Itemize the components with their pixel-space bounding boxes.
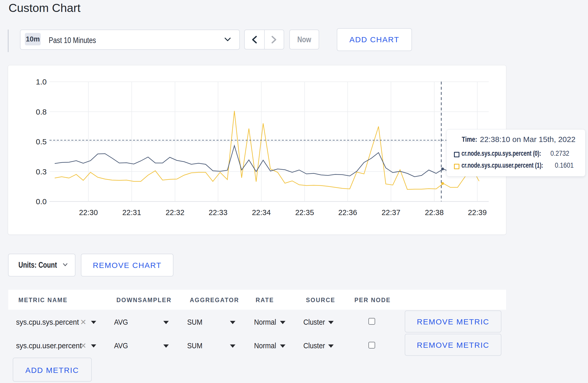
svg-text:22:34: 22:34 xyxy=(252,208,271,217)
svg-text:0.0: 0.0 xyxy=(36,197,47,206)
svg-text:22:35: 22:35 xyxy=(295,208,314,217)
svg-text:0.5: 0.5 xyxy=(36,137,47,146)
svg-text:22:39: 22:39 xyxy=(468,208,487,217)
svg-text:22:32: 22:32 xyxy=(166,208,185,217)
svg-text:22:33: 22:33 xyxy=(209,208,228,217)
svg-text:0.3: 0.3 xyxy=(36,167,47,176)
svg-text:22:37: 22:37 xyxy=(382,208,401,217)
svg-text:0.8: 0.8 xyxy=(36,108,47,116)
svg-text:22:38: 22:38 xyxy=(425,208,444,217)
svg-text:22:31: 22:31 xyxy=(122,208,141,217)
svg-text:1.0: 1.0 xyxy=(36,77,47,86)
svg-text:22:36: 22:36 xyxy=(338,208,357,217)
svg-text:22:30: 22:30 xyxy=(79,208,98,217)
